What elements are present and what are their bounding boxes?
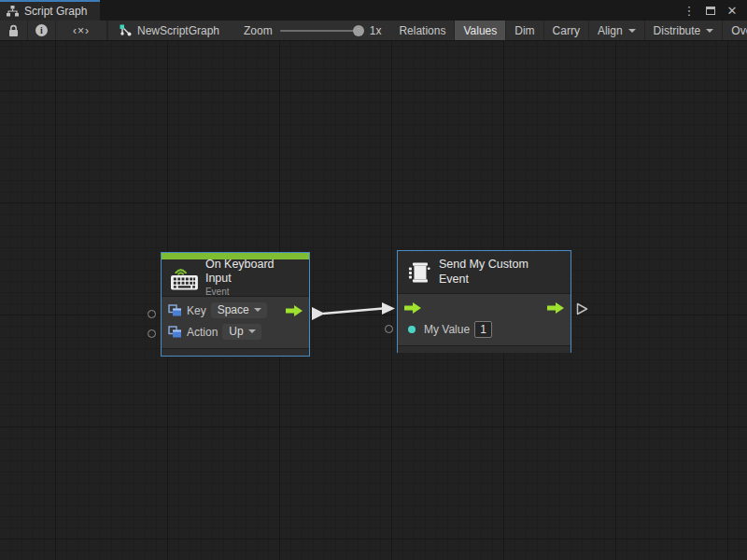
- toolbar-button-overview[interactable]: Overview: [723, 21, 747, 40]
- maximize-icon[interactable]: [703, 3, 718, 18]
- toolbar-button-distribute[interactable]: Distribute: [645, 21, 724, 40]
- flow-arrow-icon: [404, 302, 421, 314]
- menu-icon[interactable]: ⋮: [682, 3, 697, 18]
- zoom-slider-handle[interactable]: [353, 25, 364, 36]
- toolbar-button-relations[interactable]: Relations: [390, 21, 455, 40]
- port-label-action: Action: [187, 326, 218, 339]
- graph-name-label: NewScriptGraph: [137, 24, 219, 37]
- flow-arrow-icon: [286, 305, 303, 316]
- maximize-glyph: [706, 7, 715, 15]
- port-row-my-value: My Value 1: [398, 318, 571, 340]
- keyboard-icon: [171, 265, 198, 290]
- input-port-my-value-circle[interactable]: [385, 325, 393, 333]
- output-port-triangle[interactable]: [576, 302, 588, 315]
- trigger-output-port[interactable]: [286, 305, 303, 316]
- node-header[interactable]: Send My Custom Event: [398, 251, 571, 294]
- zoom-label: Zoom: [244, 24, 273, 37]
- enum-icon: [168, 326, 182, 338]
- chevron-down-icon: [254, 308, 261, 312]
- toolbar-button-carry[interactable]: Carry: [544, 21, 589, 40]
- node-on-keyboard-input[interactable]: On Keyboard Input Event Key Space: [161, 252, 310, 357]
- key-dropdown[interactable]: Space: [211, 302, 267, 318]
- node-titles: On Keyboard Input Event: [205, 258, 300, 299]
- tab-title: Script Graph: [24, 5, 87, 18]
- port-row-action: Action Up: [162, 321, 309, 343]
- carry-label: Carry: [553, 24, 580, 37]
- graph-name-button[interactable]: NewScriptGraph: [108, 21, 231, 40]
- script-graph-asset-icon: [120, 24, 132, 36]
- values-label: Values: [463, 24, 497, 37]
- my-value-input[interactable]: 1: [474, 321, 492, 338]
- zoom-slider[interactable]: [280, 30, 362, 32]
- graph-hierarchy-icon: [7, 6, 19, 17]
- action-dropdown[interactable]: Up: [222, 324, 261, 340]
- custom-event-icon: [407, 260, 431, 285]
- node-footer: [398, 345, 571, 353]
- node-title: Send My Custom Event: [439, 258, 561, 287]
- chevron-down-icon: [706, 29, 713, 33]
- input-port-key-circle[interactable]: [148, 310, 156, 318]
- chevron-down-icon: [248, 329, 256, 333]
- toolbar-button-dim[interactable]: Dim: [506, 21, 543, 40]
- info-button[interactable]: i: [28, 21, 56, 40]
- script-graph-window: Script Graph ⋮ ✕ i ‹×›: [0, 0, 747, 560]
- trigger-row: [398, 297, 571, 318]
- zoom-control: Zoom 1x: [231, 21, 390, 40]
- connection-keyboard-to-event: [0, 41, 747, 560]
- lock-icon: [7, 24, 20, 37]
- action-dropdown-value: Up: [229, 325, 243, 338]
- node-body: My Value 1: [398, 294, 571, 345]
- code-icon: ‹×›: [73, 24, 90, 37]
- tab-bar: Script Graph ⋮ ✕: [0, 0, 747, 21]
- zoom-value: 1x: [370, 24, 382, 37]
- chevron-down-icon: [628, 29, 636, 33]
- distribute-label: Distribute: [654, 24, 701, 37]
- flow-arrow-icon: [547, 302, 564, 314]
- tab-bar-empty: [100, 0, 682, 21]
- node-title: On Keyboard Input: [205, 258, 300, 287]
- port-label-key: Key: [187, 304, 206, 317]
- window-controls: ⋮ ✕: [682, 0, 747, 21]
- node-body: Key Space: [162, 297, 309, 348]
- relations-label: Relations: [399, 24, 445, 37]
- value-port-dot[interactable]: [408, 326, 416, 333]
- node-send-my-custom-event[interactable]: Send My Custom Event: [397, 250, 571, 353]
- port-label-my-value: My Value: [424, 323, 470, 336]
- toolbar-button-align[interactable]: Align: [589, 21, 645, 40]
- code-preview-button[interactable]: ‹×›: [56, 21, 107, 40]
- node-footer: [162, 348, 309, 356]
- toolbar-button-values[interactable]: Values: [455, 21, 506, 40]
- node-header[interactable]: On Keyboard Input Event: [162, 259, 309, 297]
- trigger-input-port[interactable]: [404, 302, 421, 314]
- align-label: Align: [598, 24, 623, 37]
- input-port-action-circle[interactable]: [148, 329, 156, 338]
- dim-label: Dim: [514, 24, 534, 37]
- close-icon[interactable]: ✕: [725, 3, 740, 18]
- overview-label: Overview: [731, 24, 747, 37]
- tab-script-graph[interactable]: Script Graph: [0, 0, 100, 21]
- graph-toolbar: i ‹×› NewScriptGraph Zoom 1x Relations: [0, 21, 747, 41]
- trigger-output-port[interactable]: [547, 302, 564, 314]
- lock-button[interactable]: [0, 21, 28, 40]
- node-titles: Send My Custom Event: [439, 258, 561, 287]
- enum-icon: [168, 304, 182, 316]
- port-row-key: Key Space: [162, 300, 309, 321]
- info-icon: i: [35, 24, 48, 36]
- key-dropdown-value: Space: [218, 303, 249, 316]
- graph-canvas[interactable]: On Keyboard Input Event Key Space: [0, 41, 747, 560]
